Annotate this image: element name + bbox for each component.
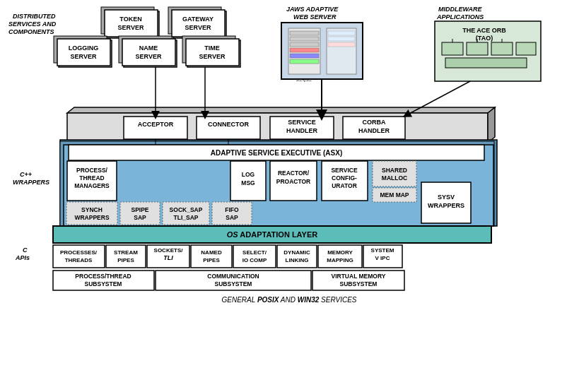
svg-rect-113 — [53, 226, 491, 243]
svg-rect-33 — [182, 36, 235, 63]
svg-text:MAPPING: MAPPING — [327, 257, 353, 263]
svg-rect-105 — [373, 161, 416, 186]
svg-text:CONFIG-: CONFIG- — [332, 174, 357, 182]
svg-rect-68 — [270, 117, 334, 139]
svg-rect-12 — [106, 11, 159, 38]
svg-text:THE ACE ORB: THE ACE ORB — [462, 27, 506, 34]
svg-text:FRAMEWORKS: FRAMEWORKS — [72, 127, 119, 134]
svg-text:STREAM: STREAM — [114, 249, 138, 256]
svg-text:CORBA: CORBA — [363, 119, 386, 126]
svg-text:SUBSYSTEM: SUBSYSTEM — [340, 280, 378, 287]
svg-text:SUBSYSTEM: SUBSYSTEM — [85, 280, 122, 287]
svg-text:SYSTEM: SYSTEM — [371, 247, 394, 254]
svg-rect-23 — [54, 36, 107, 63]
svg-text:HANDLER: HANDLER — [358, 127, 390, 134]
svg-text:TLI_SAP: TLI_SAP — [174, 214, 199, 221]
svg-rect-145 — [312, 271, 404, 290]
svg-text:PROCESS/THREAD: PROCESS/THREAD — [75, 273, 131, 280]
svg-text:C++: C++ — [20, 171, 33, 178]
svg-text:V  IPC: V IPC — [375, 255, 390, 261]
svg-rect-77 — [69, 145, 484, 160]
svg-rect-83 — [66, 202, 117, 225]
svg-text:SOCKETS/: SOCKETS/ — [154, 247, 184, 254]
svg-rect-50 — [435, 21, 541, 81]
svg-rect-54 — [467, 42, 488, 55]
svg-text:SERVICE: SERVICE — [288, 119, 315, 126]
svg-text:MIDDLEWARE: MIDDLEWARE — [438, 6, 482, 13]
svg-rect-64 — [124, 117, 187, 139]
svg-rect-66 — [197, 117, 260, 139]
svg-text:THREAD: THREAD — [79, 174, 104, 182]
svg-text:SUBSYSTEM: SUBSYSTEM — [215, 280, 252, 287]
svg-text:ACCEPTOR: ACCEPTOR — [138, 121, 174, 128]
svg-text:SAP: SAP — [226, 214, 238, 221]
svg-rect-118 — [106, 245, 146, 268]
svg-text:THREADS: THREADS — [65, 257, 93, 263]
svg-marker-61 — [67, 107, 495, 113]
svg-rect-76 — [64, 145, 493, 226]
svg-rect-47 — [328, 37, 355, 41]
svg-rect-29 — [122, 39, 175, 66]
svg-text:URATOR: URATOR — [332, 182, 357, 189]
svg-text:TOKEN: TOKEN — [119, 16, 141, 23]
svg-text:C: C — [23, 247, 28, 254]
svg-text:MSG: MSG — [241, 179, 255, 186]
svg-text:HANDLER: HANDLER — [286, 127, 317, 134]
svg-rect-57 — [445, 58, 527, 68]
svg-rect-62 — [67, 113, 488, 143]
svg-rect-133 — [318, 245, 362, 268]
svg-text:GATEWAY: GATEWAY — [182, 16, 214, 23]
svg-rect-48 — [328, 42, 355, 47]
svg-rect-28 — [119, 36, 172, 63]
svg-text:DISTRIBUTED: DISTRIBUTED — [13, 13, 56, 20]
svg-rect-86 — [120, 202, 160, 225]
svg-text:SERVICE: SERVICE — [331, 167, 357, 174]
svg-rect-18 — [168, 7, 221, 34]
svg-rect-95 — [230, 161, 266, 201]
svg-rect-42 — [290, 48, 319, 52]
svg-rect-142 — [156, 271, 311, 290]
svg-text:REACTOR/: REACTOR/ — [278, 170, 310, 177]
svg-rect-92 — [212, 202, 252, 225]
svg-text:APPLICATIONS: APPLICATIONS — [436, 13, 484, 20]
svg-text:LOGGING: LOGGING — [69, 44, 99, 52]
architecture-diagram: DISTRIBUTED SERVICES AND COMPONENTS JAWS… — [0, 0, 579, 392]
svg-text:SERVER: SERVER — [71, 53, 97, 60]
svg-text:MANAGERS: MANAGERS — [74, 182, 110, 189]
svg-text:MEM MAP: MEM MAP — [380, 191, 409, 198]
svg-text:PIPES: PIPES — [203, 257, 220, 263]
svg-text:SERVICES AND: SERVICES AND — [8, 20, 57, 28]
svg-rect-74 — [60, 140, 497, 226]
svg-rect-44 — [290, 59, 319, 64]
svg-rect-19 — [172, 10, 225, 37]
svg-text:SERVER: SERVER — [199, 53, 226, 60]
svg-rect-32 — [187, 40, 240, 67]
svg-text:MALLOC: MALLOC — [382, 174, 407, 182]
svg-text:WRAPPERS: WRAPPERS — [13, 179, 49, 186]
svg-text:SELECT/: SELECT/ — [242, 249, 267, 256]
svg-marker-63 — [488, 107, 495, 143]
svg-rect-130 — [277, 245, 317, 268]
svg-text:SOCK_SAP: SOCK_SAP — [170, 206, 203, 213]
svg-rect-40 — [290, 37, 319, 41]
svg-text:IO  COMP: IO COMP — [242, 257, 267, 263]
svg-text:LINKING: LINKING — [286, 257, 309, 263]
svg-text:COMMUNICATION: COMMUNICATION — [207, 273, 259, 280]
svg-rect-98 — [270, 161, 317, 201]
svg-rect-79 — [67, 161, 117, 201]
svg-rect-34 — [186, 39, 239, 66]
svg-rect-53 — [442, 42, 463, 55]
svg-rect-136 — [363, 245, 402, 268]
svg-rect-27 — [124, 40, 177, 67]
svg-text:JAWS  ADAPTIVE: JAWS ADAPTIVE — [286, 6, 339, 13]
svg-text:SERVER: SERVER — [185, 24, 211, 31]
svg-text:MEMORY: MEMORY — [327, 249, 353, 256]
svg-rect-46 — [328, 31, 355, 35]
svg-text:VIRTUAL MEMORY: VIRTUAL MEMORY — [332, 273, 386, 280]
svg-text:SERVER: SERVER — [118, 24, 144, 31]
svg-rect-71 — [343, 117, 405, 139]
svg-text:DYNAMIC: DYNAMIC — [283, 249, 310, 256]
svg-text:WRAPPERS: WRAPPERS — [428, 202, 464, 209]
svg-text:GENERAL POSIX AND WIN32 SERVIC: GENERAL POSIX AND WIN32 SERVICES — [221, 296, 356, 304]
svg-text:OS  ADAPTATION LAYER: OS ADAPTATION LAYER — [227, 230, 317, 239]
